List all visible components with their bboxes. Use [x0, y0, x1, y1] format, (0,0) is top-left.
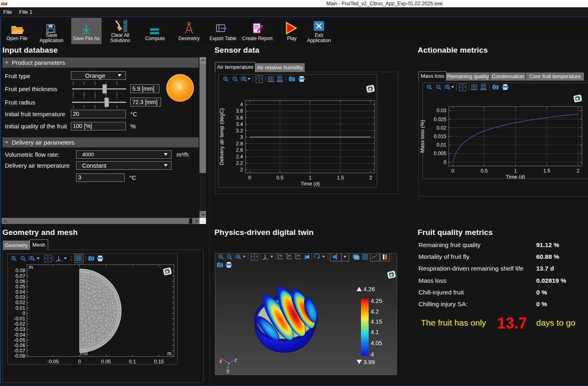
svg-text:0.025: 0.025 — [434, 117, 446, 122]
svg-text:0: 0 — [248, 175, 251, 181]
svg-text:2: 2 — [240, 167, 243, 173]
svg-text:0.05: 0.05 — [101, 359, 111, 364]
svg-text:2.2: 2.2 — [236, 160, 243, 166]
svg-text:1.5: 1.5 — [337, 175, 344, 181]
svg-text:3: 3 — [240, 134, 243, 140]
svg-text:0.15: 0.15 — [154, 359, 164, 364]
svg-text:0: 0 — [444, 160, 446, 165]
svg-text:3.4: 3.4 — [236, 122, 243, 127]
svg-text:3.99: 3.99 — [363, 359, 375, 365]
svg-text:yz: yz — [288, 254, 291, 257]
svg-text:4.2: 4.2 — [371, 308, 379, 315]
svg-text:Mass loss (%): Mass loss (%) — [419, 120, 425, 153]
svg-text:4.26: 4.26 — [363, 286, 375, 292]
svg-text:0.05: 0.05 — [15, 284, 25, 290]
svg-text:0.5: 0.5 — [481, 168, 488, 174]
svg-text:-0.03: -0.03 — [14, 326, 25, 332]
svg-text:4: 4 — [240, 102, 243, 107]
svg-text:0.015: 0.015 — [434, 134, 446, 139]
svg-text:4.15: 4.15 — [371, 318, 382, 325]
svg-text:-0.04: -0.04 — [14, 332, 25, 338]
svg-text:r=0: r=0 — [80, 351, 87, 356]
svg-text:Delivery air temp (degC): Delivery air temp (degC) — [219, 108, 225, 165]
svg-text:y: y — [227, 367, 229, 373]
svg-text:-0.05: -0.05 — [47, 359, 59, 364]
svg-text:-0.06: -0.06 — [14, 343, 25, 348]
svg-text:0.08: 0.08 — [15, 268, 25, 273]
svg-text:4: 4 — [371, 351, 374, 358]
svg-text:xz: xz — [297, 254, 300, 257]
svg-text:1.5: 1.5 — [543, 168, 550, 174]
svg-text:0.5: 0.5 — [276, 175, 283, 181]
svg-text:0: 0 — [452, 168, 454, 174]
svg-text:0.01: 0.01 — [437, 142, 446, 148]
svg-text:-0.07: -0.07 — [14, 348, 25, 354]
svg-text:-0.01: -0.01 — [14, 316, 25, 322]
svg-text:1: 1 — [309, 175, 312, 181]
svg-text:0.06: 0.06 — [15, 279, 25, 284]
svg-text:0.03: 0.03 — [437, 108, 446, 113]
svg-text:2: 2 — [577, 168, 580, 174]
svg-text:3.6: 3.6 — [236, 115, 243, 121]
svg-text:3.8: 3.8 — [236, 108, 243, 114]
svg-text:-0.05: -0.05 — [14, 337, 25, 343]
svg-text:2.4: 2.4 — [236, 154, 243, 160]
svg-text:2.8: 2.8 — [236, 141, 243, 147]
svg-text:0.1: 0.1 — [129, 359, 136, 364]
svg-text:Time (d): Time (d) — [301, 181, 320, 187]
svg-text:m: m — [29, 264, 33, 270]
svg-text:1: 1 — [514, 168, 517, 174]
svg-text:4.1: 4.1 — [371, 329, 379, 335]
svg-text:0.03: 0.03 — [15, 294, 25, 300]
svg-text:0.02: 0.02 — [437, 125, 446, 131]
svg-text:xy: xy — [279, 254, 282, 257]
svg-text:m: m — [168, 351, 172, 356]
svg-text:z: z — [234, 357, 237, 363]
svg-text:0.07: 0.07 — [15, 273, 25, 279]
svg-text:0: 0 — [23, 311, 25, 316]
svg-text:2.6: 2.6 — [236, 147, 243, 153]
svg-text:2: 2 — [369, 175, 372, 181]
svg-text:-0.08: -0.08 — [14, 353, 25, 359]
svg-text:-0.02: -0.02 — [14, 321, 25, 327]
svg-text:x: x — [219, 358, 222, 364]
svg-text:0.01: 0.01 — [15, 305, 25, 311]
svg-text:Time (d): Time (d) — [506, 174, 525, 179]
svg-text:0.02: 0.02 — [15, 300, 25, 305]
svg-text:4.25: 4.25 — [371, 298, 382, 304]
svg-text:4.05: 4.05 — [371, 340, 382, 346]
svg-text:0: 0 — [78, 359, 81, 364]
svg-text:0.04: 0.04 — [15, 289, 25, 295]
svg-text:0.005: 0.005 — [434, 151, 446, 156]
svg-text:3.2: 3.2 — [236, 128, 243, 134]
